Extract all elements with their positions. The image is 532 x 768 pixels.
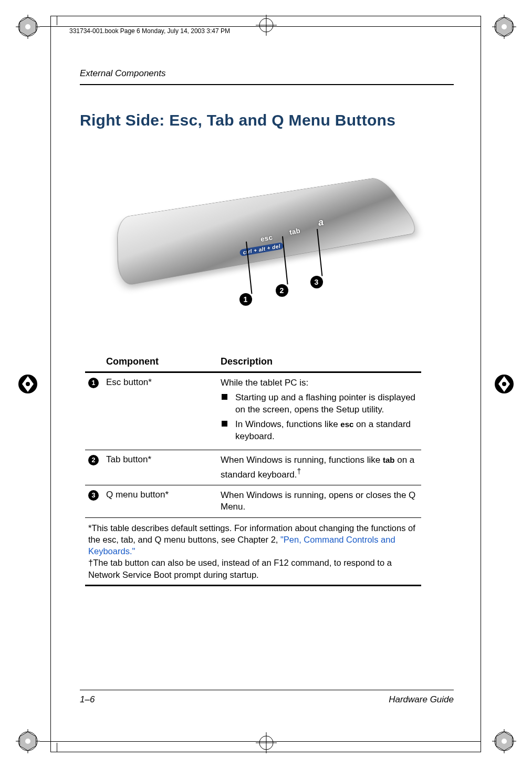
component-name: Q menu button* [103, 485, 217, 517]
callout-1-icon: 1 [239, 293, 252, 306]
registration-mark-icon [16, 372, 40, 396]
page-number: 1–6 [80, 694, 95, 705]
book-stamp: 331734-001.book Page 6 Monday, July 14, … [69, 27, 230, 35]
document-title: Hardware Guide [389, 694, 454, 705]
callout-2-icon: 2 [276, 284, 288, 297]
registration-mark-icon [492, 729, 516, 753]
description-intro: While the tablet PC is: [221, 377, 418, 389]
row-number-icon: 1 [88, 378, 99, 388]
svg-point-7 [502, 24, 507, 29]
table-footnote-row: *This table describes default settings. … [85, 517, 421, 585]
footnote-dagger: †The tab button can also be used, instea… [88, 557, 418, 580]
table-header-component: Component [103, 356, 217, 372]
description-text: When Windows is running, opens or closes… [221, 490, 418, 513]
table-row: 3 Q menu button* When Windows is running… [85, 485, 421, 517]
table-row: 2 Tab button* When Windows is running, f… [85, 450, 421, 485]
callout-3-icon: 3 [310, 276, 323, 288]
components-table: Component Description 1 Esc button* Whil… [85, 356, 421, 586]
table-header-description: Description [217, 356, 421, 372]
description-bullet: In Windows, functions like esc on a stan… [235, 419, 418, 442]
row-number-icon: 2 [88, 455, 99, 465]
table-row: 1 Esc button* While the tablet PC is: St… [85, 372, 421, 450]
row-number-icon: 3 [88, 490, 99, 501]
registration-mark-icon [16, 15, 40, 39]
component-name: Tab button* [103, 450, 217, 485]
registration-mark-icon [492, 15, 516, 39]
running-head: External Components [80, 68, 454, 85]
section-title: Right Side: Esc, Tab and Q Menu Buttons [80, 111, 454, 129]
footnote-star: *This table describes default settings. … [88, 522, 418, 557]
page-footer: 1–6 Hardware Guide [80, 690, 454, 705]
registration-mark-icon [492, 372, 516, 396]
svg-point-17 [26, 382, 30, 386]
svg-point-11 [25, 739, 30, 744]
description-bullet: Starting up and a flashing pointer is di… [235, 392, 418, 416]
svg-point-15 [502, 739, 507, 744]
device-figure: ctrl + alt + del esc tab a 1 2 3 [121, 146, 413, 325]
svg-point-3 [25, 24, 30, 29]
description-text: When Windows is running, functions like … [221, 454, 418, 481]
registration-mark-icon [16, 729, 40, 753]
page-content: External Components Right Side: Esc, Tab… [80, 68, 454, 586]
component-name: Esc button* [103, 372, 217, 450]
tablet-pc-illustration [117, 177, 422, 287]
svg-point-19 [502, 382, 506, 386]
